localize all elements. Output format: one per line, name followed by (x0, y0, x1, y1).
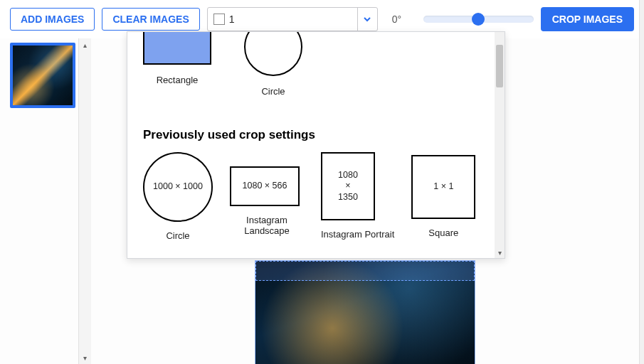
crop-selection[interactable] (255, 261, 475, 281)
slider-thumb[interactable] (472, 13, 485, 26)
prev-preset-label: Circle (143, 230, 213, 241)
rotation-readout: 0° (385, 14, 416, 25)
prev-preset-label: Instagram Landscape (230, 215, 304, 236)
aspect-ratio-select[interactable]: 1 (207, 7, 378, 31)
crop-images-button[interactable]: CROP IMAGES (541, 7, 634, 31)
add-images-button[interactable]: ADD IMAGES (10, 8, 95, 31)
thumbnail-column: ▴ ▾ (0, 38, 91, 364)
scroll-down-icon[interactable]: ▾ (79, 351, 91, 364)
prev-preset-label: Square (411, 228, 475, 238)
preset-label: Rectangle (143, 75, 211, 85)
previous-settings-heading: Previously used crop settings (143, 128, 495, 142)
preset-label: Circle (244, 86, 302, 97)
thumbnail-scrollbar[interactable]: ▴ ▾ (78, 38, 91, 364)
scrollbar-handle[interactable] (496, 45, 503, 87)
prev-preset-label: Instagram Portrait (321, 229, 394, 240)
prev-shape-icon: 1 × 1 (411, 155, 475, 219)
aspect-swatch-icon (213, 14, 225, 25)
thumbnail-selected[interactable] (10, 43, 75, 108)
scroll-down-icon[interactable]: ▾ (495, 249, 505, 257)
chevron-down-icon[interactable] (357, 8, 377, 31)
prev-preset-instagram-portrait[interactable]: 1080×1350 Instagram Portrait (321, 152, 394, 240)
prev-shape-icon: 1080×1350 (321, 152, 375, 220)
circle-icon (244, 32, 302, 76)
aspect-dropdown-panel: Rectangle Circle Previously used crop se… (127, 31, 505, 259)
dropdown-scrollbar[interactable]: ▾ (495, 32, 505, 258)
page-right-edge (639, 0, 644, 364)
scroll-up-icon[interactable]: ▴ (79, 38, 91, 51)
rectangle-icon (143, 32, 211, 65)
clear-images-button[interactable]: CLEAR IMAGES (102, 8, 199, 31)
main-image[interactable] (255, 260, 475, 364)
prev-shape-icon: 1080 × 566 (230, 166, 300, 206)
aspect-ratio-value: 1 (229, 14, 357, 25)
preset-rectangle[interactable]: Rectangle (143, 32, 211, 97)
prev-shape-icon: 1000 × 1000 (143, 152, 213, 222)
rotation-slider[interactable] (423, 7, 534, 31)
prev-preset-instagram-landscape[interactable]: 1080 × 566 Instagram Landscape (230, 152, 304, 236)
prev-preset-circle[interactable]: 1000 × 1000 Circle (143, 152, 213, 241)
preset-circle[interactable]: Circle (244, 32, 302, 97)
prev-preset-square[interactable]: 1 × 1 Square (411, 152, 475, 238)
